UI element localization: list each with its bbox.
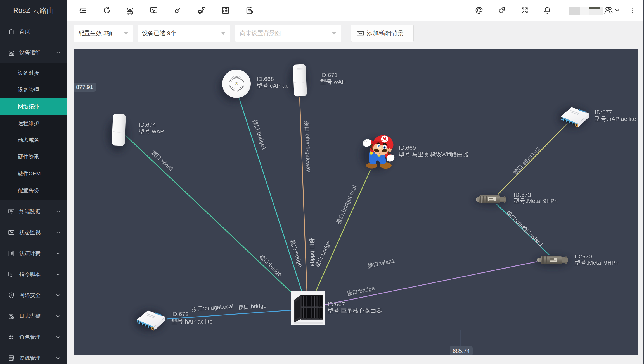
- svg-text:接口:wlan1: 接口:wlan1: [367, 258, 395, 269]
- svg-text:型号:巨量核心路由器: 型号:巨量核心路由器: [328, 307, 382, 314]
- svg-text:接口:bridgeLocal: 接口:bridgeLocal: [191, 303, 233, 312]
- svg-text:ID:677: ID:677: [595, 109, 612, 115]
- svg-text:ID:671: ID:671: [320, 72, 338, 78]
- svg-text:接口:bridge: 接口:bridge: [309, 238, 316, 267]
- svg-text:接口:ether1-gateway: 接口:ether1-gateway: [304, 121, 312, 172]
- svg-text:型号:Metal 9HPn: 型号:Metal 9HPn: [575, 259, 619, 266]
- svg-text:ID:670: ID:670: [575, 253, 592, 260]
- svg-text:型号:Metal 9HPn: 型号:Metal 9HPn: [514, 198, 558, 204]
- svg-text:ID:669: ID:669: [399, 144, 416, 151]
- svg-text:型号:hAP ac lite: 型号:hAP ac lite: [171, 318, 213, 325]
- svg-text:接口:bridge1: 接口:bridge1: [252, 119, 267, 151]
- svg-text:ID:673: ID:673: [514, 191, 531, 198]
- svg-text:ID:672: ID:672: [171, 311, 189, 317]
- svg-text:型号:hAP ac lite: 型号:hAP ac lite: [595, 116, 636, 122]
- svg-text:接口:wlan1: 接口:wlan1: [151, 149, 175, 172]
- svg-text:接口:bridge: 接口:bridge: [259, 253, 283, 277]
- svg-text:接口:bridge: 接口:bridge: [314, 240, 332, 268]
- svg-text:型号:wAP: 型号:wAP: [320, 78, 346, 85]
- svg-text:型号:wAP: 型号:wAP: [139, 128, 164, 135]
- svg-text:ID:667: ID:667: [328, 301, 345, 307]
- svg-text:接口:bridge: 接口:bridge: [238, 303, 266, 311]
- svg-text:ID:674: ID:674: [139, 121, 156, 128]
- svg-text:型号:cAP ac: 型号:cAP ac: [257, 82, 288, 89]
- svg-text:接口:bridge: 接口:bridge: [346, 285, 375, 297]
- svg-text:接口:bridge: 接口:bridge: [289, 239, 304, 268]
- svg-text:型号:马里奥超级Wifi路由器: 型号:马里奥超级Wifi路由器: [399, 151, 469, 157]
- svg-text:接口:wlan1: 接口:wlan1: [520, 224, 544, 248]
- svg-text:ID:668: ID:668: [257, 76, 274, 82]
- svg-text:接口:ether1-r2: 接口:ether1-r2: [512, 146, 541, 176]
